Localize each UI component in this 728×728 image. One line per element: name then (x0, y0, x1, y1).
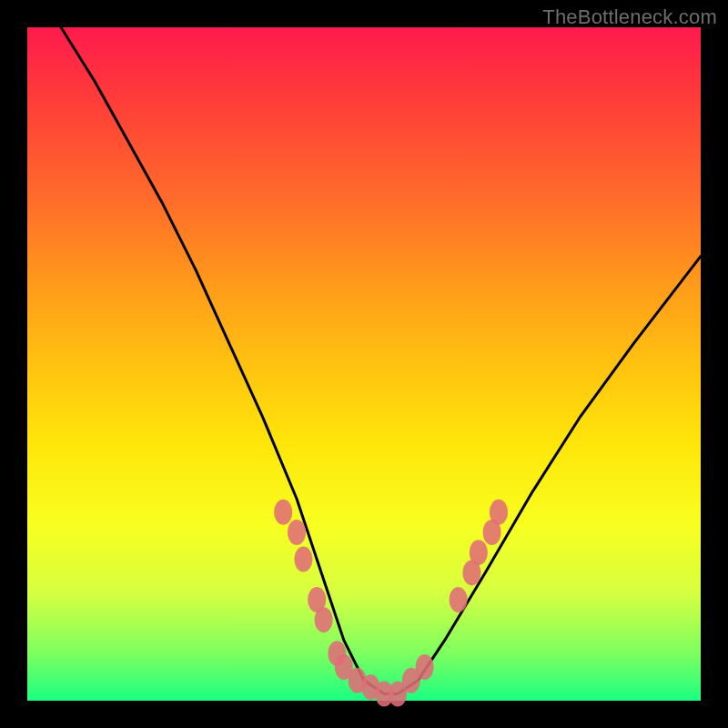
data-marker (294, 547, 312, 572)
data-marker (450, 587, 468, 612)
data-marker (470, 540, 488, 565)
data-marker (315, 607, 333, 632)
data-marker (416, 654, 434, 680)
plot-area (27, 27, 701, 701)
data-marker (274, 500, 292, 525)
chart-frame: TheBottleneck.com (0, 0, 728, 728)
bottleneck-curve (61, 27, 701, 694)
data-marker (490, 500, 508, 525)
data-marker (288, 520, 306, 545)
curve-svg (27, 27, 701, 701)
watermark-text: TheBottleneck.com (542, 5, 717, 29)
